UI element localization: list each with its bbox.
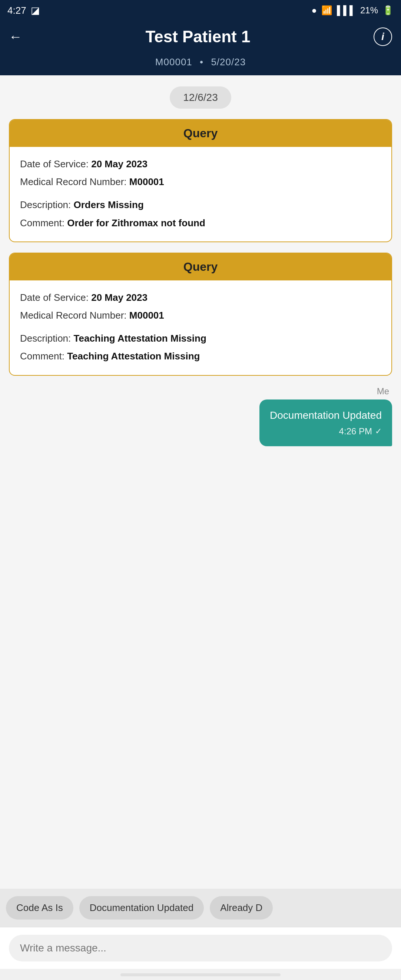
chat-bubble-wrapper: Documentation Updated 4:26 PM ✓: [9, 399, 392, 446]
info-button[interactable]: i: [374, 27, 392, 46]
wifi-icon: 📶: [321, 5, 333, 16]
sub-header: M00001 • 5/20/23: [0, 52, 401, 75]
separator-dot: •: [200, 56, 203, 67]
query1-comment: Comment: Order for Zithromax not found: [20, 215, 381, 231]
main-content: 12/6/23 Query Date of Service: 20 May 20…: [0, 75, 401, 889]
chat-time: 4:26 PM: [339, 425, 372, 438]
page-title: Test Patient 1: [28, 27, 368, 46]
query2-desc-value: Teaching Attestation Missing: [74, 333, 206, 344]
query-card-2: Query Date of Service: 20 May 2023 Medic…: [9, 253, 392, 376]
header: ← Test Patient 1 i: [0, 21, 401, 52]
message-input-bar: [0, 927, 401, 969]
query1-mrn: Medical Record Number: M00001: [20, 173, 381, 190]
chat-message-text: Documentation Updated: [270, 408, 382, 423]
query1-desc-label: Description:: [20, 199, 71, 210]
quick-reply-code-as-is[interactable]: Code As Is: [6, 896, 73, 920]
query1-comment-value: Order for Zithromax not found: [67, 217, 205, 229]
status-bar: 4:27 ◪ ● 📶 ▌▌▌ 21% 🔋: [0, 0, 401, 21]
query2-mrn: Medical Record Number: M00001: [20, 307, 381, 323]
quick-replies-bar: Code As Is Documentation Updated Already…: [0, 889, 401, 927]
status-right: ● 📶 ▌▌▌ 21% 🔋: [311, 5, 393, 16]
battery-icon: 🔋: [382, 5, 393, 16]
query1-dos: Date of Service: 20 May 2023: [20, 156, 381, 172]
query1-comment-label: Comment:: [20, 217, 65, 229]
chat-time-row: 4:26 PM ✓: [270, 425, 382, 438]
battery-percent: 21%: [360, 5, 378, 16]
patient-id: M00001: [155, 56, 192, 67]
query1-mrn-label: Medical Record Number:: [20, 176, 127, 187]
query2-comment: Comment: Teaching Attestation Missing: [20, 348, 381, 364]
bottom-scroll-indicator: [120, 973, 281, 976]
location-icon: ●: [311, 5, 317, 16]
chat-area: Me Documentation Updated 4:26 PM ✓: [9, 386, 392, 889]
query-card-1: Query Date of Service: 20 May 2023 Medic…: [9, 119, 392, 242]
query1-mrn-value: M00001: [129, 176, 164, 187]
query1-dos-value: 20 May 2023: [91, 158, 147, 170]
query1-desc-value: Orders Missing: [74, 199, 144, 210]
date-bubble: 12/6/23: [170, 86, 231, 109]
query1-dos-label: Date of Service:: [20, 158, 89, 170]
checkmark-icon: ✓: [375, 425, 382, 438]
signal-icon: ▌▌▌: [337, 5, 356, 16]
message-input[interactable]: [9, 935, 392, 961]
query2-dos-value: 20 May 2023: [91, 292, 147, 303]
query2-desc: Description: Teaching Attestation Missin…: [20, 330, 381, 347]
query-header-1: Query: [10, 120, 391, 147]
query2-comment-value: Teaching Attestation Missing: [67, 350, 200, 362]
query-body-2: Date of Service: 20 May 2023 Medical Rec…: [10, 280, 391, 375]
chat-icon: ◪: [31, 5, 40, 16]
back-button[interactable]: ←: [9, 30, 22, 43]
query2-dos: Date of Service: 20 May 2023: [20, 290, 381, 305]
quick-reply-already-d[interactable]: Already D: [210, 896, 273, 920]
chat-bubble: Documentation Updated 4:26 PM ✓: [260, 399, 392, 446]
query2-desc-label: Description:: [20, 333, 71, 344]
visit-date: 5/20/23: [211, 56, 246, 67]
status-time: 4:27: [8, 5, 26, 16]
query2-mrn-label: Medical Record Number:: [20, 310, 127, 321]
query2-mrn-value: M00001: [129, 310, 164, 321]
query-header-2: Query: [10, 253, 391, 280]
query1-desc: Description: Orders Missing: [20, 197, 381, 213]
query2-comment-label: Comment:: [20, 350, 65, 362]
chat-sender-label: Me: [9, 386, 392, 396]
query2-dos-label: Date of Service:: [20, 292, 89, 303]
quick-reply-documentation-updated[interactable]: Documentation Updated: [79, 896, 204, 920]
status-left: 4:27 ◪: [8, 5, 40, 16]
query-body-1: Date of Service: 20 May 2023 Medical Rec…: [10, 147, 391, 242]
